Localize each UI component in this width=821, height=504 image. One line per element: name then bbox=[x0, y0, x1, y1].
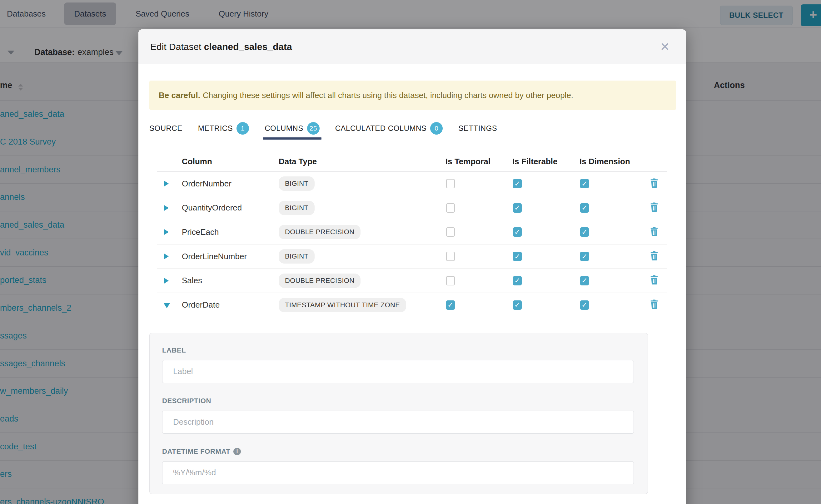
column-detail-panel: LABEL DESCRIPTION DATETIME FORMAT i bbox=[149, 333, 648, 494]
is-dimension-checkbox[interactable] bbox=[580, 179, 589, 188]
is-dimension-checkbox[interactable] bbox=[580, 252, 589, 261]
is-dimension-checkbox[interactable] bbox=[580, 203, 589, 213]
edit-dataset-modal: Edit Dataset cleaned_sales_data ✕ Be car… bbox=[138, 29, 686, 504]
is-temporal-checkbox[interactable] bbox=[446, 179, 455, 188]
delete-icon[interactable] bbox=[650, 275, 659, 286]
tab-bar: SOURCE METRICS 1 COLUMNS 25 CALCULATED C… bbox=[149, 117, 676, 139]
collapse-caret-icon[interactable] bbox=[164, 303, 170, 308]
tab-label: CALCULATED COLUMNS bbox=[335, 124, 427, 133]
is-temporal-checkbox[interactable] bbox=[446, 276, 455, 285]
datetime-format-field-label: DATETIME FORMAT i bbox=[162, 447, 648, 456]
is-filterable-checkbox[interactable] bbox=[513, 252, 522, 261]
tab-label: COLUMNS bbox=[264, 124, 303, 133]
tab-label: SOURCE bbox=[149, 124, 182, 133]
tab-source[interactable]: SOURCE bbox=[149, 117, 182, 139]
column-row: OrderLineNumber BIGINT bbox=[157, 245, 667, 269]
is-temporal-checkbox[interactable] bbox=[446, 203, 455, 213]
expand-caret-icon[interactable] bbox=[164, 180, 169, 187]
label-field-label: LABEL bbox=[162, 346, 648, 354]
label-text: LABEL bbox=[162, 346, 186, 354]
column-row: QuantityOrdered BIGINT bbox=[157, 196, 667, 220]
tab-columns[interactable]: COLUMNS 25 bbox=[264, 117, 319, 139]
delete-icon[interactable] bbox=[650, 178, 659, 190]
delete-icon[interactable] bbox=[650, 202, 659, 214]
column-header: Column bbox=[179, 157, 279, 166]
data-type-badge: DOUBLE PRECISION bbox=[279, 274, 360, 288]
expand-caret-icon[interactable] bbox=[164, 229, 169, 235]
is-dimension-checkbox[interactable] bbox=[580, 227, 589, 237]
label-text: DESCRIPTION bbox=[162, 397, 211, 405]
column-row: OrderDate TIMESTAMP WITHOUT TIME ZONE bbox=[157, 293, 667, 317]
is-temporal-checkbox[interactable] bbox=[446, 227, 455, 237]
modal-title-dataset-name: cleaned_sales_data bbox=[204, 42, 292, 52]
column-name: QuantityOrdered bbox=[179, 203, 279, 213]
is-filterable-checkbox[interactable] bbox=[513, 300, 522, 310]
column-name: OrderDate bbox=[179, 300, 279, 310]
column-row: Sales DOUBLE PRECISION bbox=[157, 269, 667, 293]
tab-label: METRICS bbox=[198, 124, 233, 133]
warning-bold-text: Be careful. bbox=[159, 91, 200, 100]
columns-table-header: Column Data Type Is Temporal Is Filterab… bbox=[157, 152, 667, 172]
data-type-badge: DOUBLE PRECISION bbox=[279, 225, 360, 239]
delete-icon[interactable] bbox=[650, 226, 659, 238]
modal-title-prefix: Edit Dataset bbox=[150, 42, 201, 52]
column-name: OrderLineNumber bbox=[179, 252, 279, 261]
column-name: PriceEach bbox=[179, 227, 279, 237]
is-dimension-checkbox[interactable] bbox=[580, 276, 589, 285]
is-filterable-checkbox[interactable] bbox=[513, 179, 522, 188]
is-filterable-checkbox[interactable] bbox=[513, 276, 522, 285]
modal-header: Edit Dataset cleaned_sales_data ✕ bbox=[138, 29, 686, 64]
data-type-badge: TIMESTAMP WITHOUT TIME ZONE bbox=[279, 298, 406, 312]
is-temporal-header: Is Temporal bbox=[440, 157, 507, 166]
is-filterable-checkbox[interactable] bbox=[513, 227, 522, 237]
tab-count-badge: 0 bbox=[430, 122, 443, 135]
is-dimension-header: Is Dimension bbox=[574, 157, 646, 166]
data-type-badge: BIGINT bbox=[279, 176, 314, 191]
label-text: DATETIME FORMAT bbox=[162, 447, 230, 456]
tab-count-badge: 25 bbox=[307, 122, 319, 135]
column-name: Sales bbox=[179, 276, 279, 285]
tab-count-badge: 1 bbox=[236, 122, 249, 135]
is-filterable-header: Is Filterable bbox=[507, 157, 574, 166]
is-filterable-checkbox[interactable] bbox=[513, 203, 522, 213]
datetime-format-input[interactable] bbox=[162, 461, 634, 484]
close-icon[interactable]: ✕ bbox=[660, 41, 670, 53]
data-type-header: Data Type bbox=[279, 157, 440, 166]
description-input[interactable] bbox=[162, 411, 634, 434]
warning-banner: Be careful. Changing these settings will… bbox=[149, 81, 676, 110]
is-temporal-checkbox[interactable] bbox=[446, 300, 455, 310]
tab-label: SETTINGS bbox=[458, 124, 497, 133]
data-type-badge: BIGINT bbox=[279, 249, 314, 264]
expand-caret-icon[interactable] bbox=[164, 278, 169, 284]
columns-table: Column Data Type Is Temporal Is Filterab… bbox=[157, 152, 667, 317]
data-type-badge: BIGINT bbox=[279, 201, 314, 215]
column-name: OrderNumber bbox=[179, 179, 279, 189]
delete-icon[interactable] bbox=[650, 251, 659, 262]
modal-title: Edit Dataset cleaned_sales_data bbox=[150, 42, 292, 52]
tab-settings[interactable]: SETTINGS bbox=[458, 117, 497, 139]
column-row: OrderNumber BIGINT bbox=[157, 172, 667, 196]
warning-text: Changing these settings will affect all … bbox=[203, 91, 573, 100]
info-icon[interactable]: i bbox=[233, 448, 241, 455]
label-input[interactable] bbox=[162, 360, 634, 383]
tab-metrics[interactable]: METRICS 1 bbox=[198, 117, 249, 139]
is-temporal-checkbox[interactable] bbox=[446, 252, 455, 261]
description-field-label: DESCRIPTION bbox=[162, 397, 648, 405]
expand-caret-icon[interactable] bbox=[164, 253, 169, 259]
expand-caret-icon[interactable] bbox=[164, 205, 169, 211]
delete-icon[interactable] bbox=[650, 299, 659, 311]
tab-calculated-columns[interactable]: CALCULATED COLUMNS 0 bbox=[335, 117, 443, 139]
is-dimension-checkbox[interactable] bbox=[580, 300, 589, 310]
column-row: PriceEach DOUBLE PRECISION bbox=[157, 220, 667, 245]
